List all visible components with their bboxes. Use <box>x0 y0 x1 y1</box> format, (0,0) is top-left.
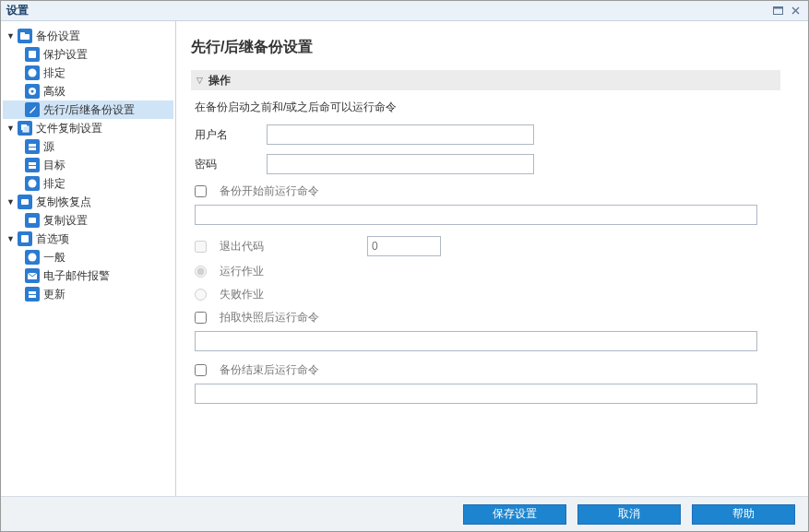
sidebar-item-source[interactable]: 源 <box>3 137 173 156</box>
collapse-icon: ▽ <box>196 76 203 85</box>
sidebar-item-advanced[interactable]: 高级 <box>3 82 173 100</box>
tree-label: 更新 <box>43 287 65 302</box>
globe-icon <box>25 250 40 265</box>
clock-icon <box>25 176 40 191</box>
cancel-button[interactable]: 取消 <box>577 504 681 525</box>
settings-icon <box>25 213 40 228</box>
run-after-backup-label: 备份结束后运行命令 <box>220 362 319 378</box>
tree-label: 先行/后继备份设置 <box>43 102 135 118</box>
save-button[interactable]: 保存设置 <box>463 504 566 525</box>
update-icon <box>25 287 40 301</box>
tree-label: 源 <box>43 139 54 155</box>
svg-point-7 <box>31 90 34 93</box>
shield-icon <box>25 47 40 62</box>
svg-rect-21 <box>29 295 36 298</box>
run-after-snapshot-checkbox[interactable] <box>195 312 207 324</box>
exit-code-checkbox[interactable] <box>195 241 207 253</box>
run-job-radio[interactable] <box>195 266 207 278</box>
wrench-icon <box>25 102 40 117</box>
help-button[interactable]: 帮助 <box>692 504 795 525</box>
tree-label: 文件复制设置 <box>36 121 102 136</box>
tree-label: 排定 <box>43 65 65 81</box>
password-input[interactable] <box>267 154 534 174</box>
password-label: 密码 <box>195 157 267 172</box>
svg-rect-16 <box>29 218 36 223</box>
preferences-icon <box>18 231 32 246</box>
sidebar-item-preferences[interactable]: ▼ 首选项 <box>3 230 173 248</box>
tree-label: 电子邮件报警 <box>43 268 110 284</box>
expand-icon: ▼ <box>6 31 16 41</box>
section-header[interactable]: ▽ 操作 <box>191 70 780 90</box>
page-title: 先行/后继备份设置 <box>191 38 780 57</box>
svg-rect-9 <box>23 126 29 132</box>
tree-label: 目标 <box>43 158 65 173</box>
maximize-icon[interactable] <box>770 5 785 18</box>
sidebar: ▼ 备份设置 保护设置 排定 <box>1 21 176 496</box>
svg-point-18 <box>29 254 37 262</box>
expand-icon: ▼ <box>6 234 16 243</box>
tree-label: 复制设置 <box>43 213 88 229</box>
sidebar-item-protection[interactable]: 保护设置 <box>3 45 173 64</box>
username-input[interactable] <box>267 124 534 145</box>
svg-rect-11 <box>29 148 36 150</box>
svg-rect-4 <box>29 51 36 58</box>
sidebar-item-schedule[interactable]: 排定 <box>3 64 173 82</box>
svg-rect-1 <box>773 7 782 9</box>
sidebar-item-pre-post-backup[interactable]: 先行/后继备份设置 <box>3 100 173 119</box>
username-label: 用户名 <box>195 127 267 143</box>
expand-icon: ▼ <box>6 124 16 133</box>
titlebar: 设置 <box>1 1 808 21</box>
sidebar-item-general[interactable]: 一般 <box>3 248 173 266</box>
run-after-snapshot-command-input[interactable] <box>195 331 757 351</box>
run-after-backup-command-input[interactable] <box>195 384 757 404</box>
run-before-command-input[interactable] <box>195 205 757 225</box>
sidebar-item-copy-settings[interactable]: 复制设置 <box>3 211 173 230</box>
fail-job-label: 失败作业 <box>220 287 264 302</box>
expand-icon: ▼ <box>6 197 16 207</box>
run-before-label: 备份开始前运行命令 <box>220 183 319 199</box>
run-after-backup-checkbox[interactable] <box>195 364 207 376</box>
svg-rect-12 <box>29 162 36 165</box>
fail-job-radio[interactable] <box>195 289 207 301</box>
sidebar-item-copy-recovery[interactable]: ▼ 复制恢复点 <box>3 193 173 211</box>
svg-point-5 <box>29 69 37 77</box>
sidebar-item-target[interactable]: 目标 <box>3 156 173 174</box>
source-icon <box>25 139 40 154</box>
footer: 保存设置 取消 帮助 <box>1 496 808 531</box>
close-icon[interactable] <box>788 5 803 18</box>
mail-icon <box>25 268 40 283</box>
sidebar-item-email-alerts[interactable]: 电子邮件报警 <box>3 266 173 285</box>
svg-rect-10 <box>29 144 36 147</box>
exit-code-input[interactable] <box>367 236 441 256</box>
svg-rect-17 <box>21 235 29 242</box>
sidebar-item-backup-settings[interactable]: ▼ 备份设置 <box>3 27 173 45</box>
svg-rect-13 <box>29 166 36 169</box>
tree-label: 一般 <box>43 250 65 266</box>
note-text: 在备份启动之前和/或之后命可以运行命令 <box>195 100 780 115</box>
exit-code-label: 退出代码 <box>220 239 367 254</box>
tree-label: 复制恢复点 <box>36 195 91 210</box>
sidebar-item-schedule-2[interactable]: 排定 <box>3 174 173 193</box>
svg-point-14 <box>29 180 37 188</box>
svg-rect-3 <box>20 32 25 35</box>
folder-icon <box>18 29 32 43</box>
content-panel: 先行/后继备份设置 ▽ 操作 在备份启动之前和/或之后命可以运行命令 用户名 密… <box>176 21 808 496</box>
tree-label: 高级 <box>43 84 65 100</box>
run-job-label: 运行作业 <box>220 264 264 279</box>
run-before-checkbox[interactable] <box>195 185 207 197</box>
run-after-snapshot-label: 拍取快照后运行命令 <box>220 310 319 325</box>
sidebar-item-file-copy[interactable]: ▼ 文件复制设置 <box>3 119 173 137</box>
gear-icon <box>25 84 40 99</box>
section-label: 操作 <box>208 73 231 89</box>
tree-label: 备份设置 <box>36 29 80 44</box>
sidebar-item-updates[interactable]: 更新 <box>3 285 173 303</box>
clock-icon <box>25 65 40 80</box>
copy-icon <box>18 121 32 136</box>
svg-rect-20 <box>29 291 36 294</box>
window-title: 设置 <box>6 3 767 18</box>
recovery-icon <box>18 195 32 209</box>
svg-rect-15 <box>21 199 29 205</box>
target-icon <box>25 158 40 172</box>
tree-label: 排定 <box>43 176 65 192</box>
tree-label: 保护设置 <box>43 47 88 63</box>
